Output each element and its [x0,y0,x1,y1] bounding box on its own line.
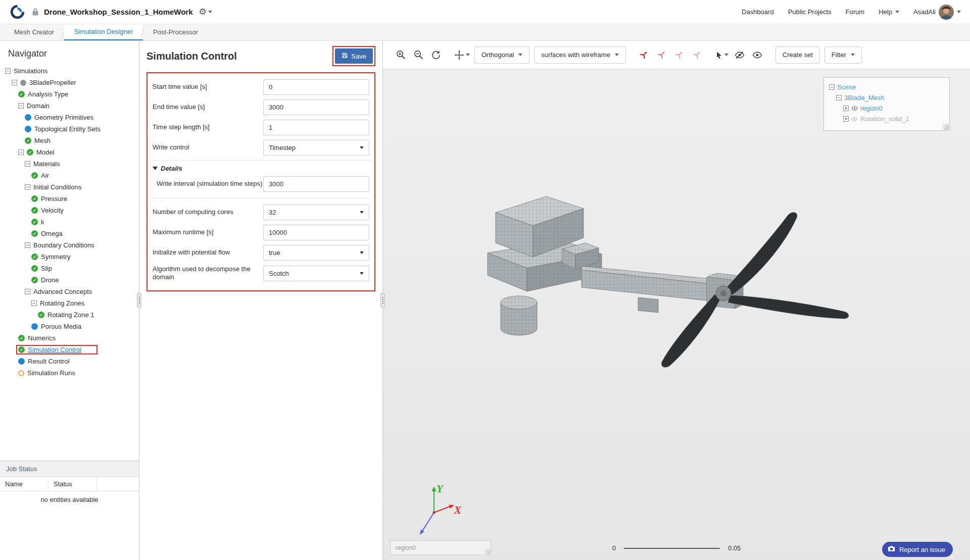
nav-public-projects[interactable]: Public Projects [788,8,832,16]
tree-item-materials[interactable]: −Materials [0,158,139,170]
collapse-icon[interactable]: − [18,149,24,155]
tree-item-numerics[interactable]: ✓Numerics [0,332,139,344]
tree-item-pressure[interactable]: ✓Pressure [0,193,139,205]
tree-item-omega[interactable]: ✓Omega [0,228,139,239]
tree-item-rotating-zones[interactable]: −Rotating Zones [0,297,139,309]
rotating-zone-active-icon[interactable] [638,48,651,62]
collapse-icon[interactable]: − [31,300,37,306]
collapse-icon[interactable]: − [25,184,30,190]
scene-node-rotation-solid-1[interactable]: +Rotation_solid_1 [827,114,946,124]
maximum-runtime-s-input[interactable] [263,225,369,240]
rotating-zone-icon-2[interactable] [673,48,686,62]
collapse-icon[interactable]: − [25,289,30,294]
job-column-name[interactable]: Name [0,477,48,491]
projection-select[interactable]: Orthogonal [474,46,529,64]
zoom-out-icon[interactable] [412,48,425,62]
region-label-box[interactable]: region0 [390,540,491,555]
tree-item-geometry-primitives[interactable]: Geometry Primitives [0,112,139,123]
collapse-icon[interactable]: − [829,84,835,90]
collapse-icon[interactable]: − [5,68,11,74]
main-area: Navigator −Simulations−3BladePropeller✓A… [0,41,970,560]
end-time-value-s-input[interactable] [263,99,369,115]
filter-select[interactable]: Filter [825,46,862,64]
hide-eye-icon[interactable] [733,48,746,62]
tree-item-drone[interactable]: ✓Drone [0,274,139,286]
tree-item-label: Result Control [28,358,69,365]
nav-dashboard[interactable]: Dashboard [742,8,774,16]
report-issue-button[interactable]: Report an issue [882,542,953,557]
avatar[interactable] [939,5,954,20]
tab-simulation-designer[interactable]: Simulation Designer [64,24,143,40]
expand-icon[interactable]: + [843,106,849,111]
nav-forum[interactable]: Forum [846,8,865,16]
details-toggle[interactable]: Details [153,165,369,172]
app-logo[interactable] [9,4,26,20]
create-set-button[interactable]: Create set [775,46,820,64]
scene-node-3blade-mesh[interactable]: −3Blade_Mesh [827,92,946,103]
form-panel-resize-handle[interactable] [380,293,385,308]
tree-item-velocity[interactable]: ✓Velocity [0,205,139,216]
tree-item-k[interactable]: ✓k [0,216,139,228]
job-column-status[interactable]: Status [48,477,97,491]
tree-item-simulation-control[interactable]: ✓Simulation Control [0,344,139,355]
tree-item-simulations[interactable]: −Simulations [0,65,139,77]
tree-item-advanced-concepts[interactable]: −Advanced Concepts [0,286,139,297]
number-of-computing-cores-select[interactable]: 32 [263,205,369,220]
navigator-resize-handle[interactable] [137,293,141,308]
tree-item-model[interactable]: −✓Model [0,146,139,158]
expand-icon[interactable]: + [843,116,849,122]
write-control-select[interactable]: Timestep [263,140,369,156]
write-interval-simulation-time-steps-input[interactable] [263,176,369,192]
tree-item-mesh[interactable]: ✓Mesh [0,135,139,146]
tree-item-topological-entity-sets[interactable]: Topological Entity Sets [0,123,139,135]
tree-item-air[interactable]: ✓Air [0,170,139,181]
tab-post-processor[interactable]: Post-Processor [143,24,208,40]
time-step-length-s-input[interactable] [263,120,369,135]
status-check-icon: ✓ [31,172,38,179]
start-time-value-s-input[interactable] [263,79,369,95]
tree-item-slip[interactable]: ✓Slip [0,263,139,274]
drone-mesh-model[interactable] [487,192,853,372]
collapse-icon[interactable]: − [18,103,24,109]
viewport-3d[interactable]: Orthogonal surfaces with wireframe [383,41,970,560]
collapse-icon[interactable]: − [25,161,30,167]
scene-node-region0[interactable]: +region0 [827,103,946,114]
collapse-icon[interactable]: − [836,95,842,100]
tree-item-label: Drone [41,276,59,284]
tree-item-result-control[interactable]: Result Control [0,355,139,367]
rotating-zone-icon-3[interactable] [691,48,704,62]
pan-tool-icon[interactable] [454,48,470,62]
initialize-with-potential-flow-select[interactable]: true [263,245,369,261]
refresh-icon[interactable] [429,48,443,62]
tree-item-rotating-zone-1[interactable]: ✓Rotating Zone 1 [0,309,139,321]
tree-item-simulation-runs[interactable]: Simulation Runs [0,367,139,379]
visibility-eye-icon[interactable] [851,105,858,112]
visibility-eye-icon[interactable] [851,116,858,122]
tree-item-porous-media[interactable]: Porous Media [0,321,139,332]
scene-node-scene[interactable]: −Scene [827,82,946,92]
tree-item-boundary-conditions[interactable]: −Boundary Conditions [0,239,139,251]
caret-down-icon[interactable] [208,11,212,13]
algorithm-used-to-decompose-the-domain-select[interactable]: Scotch [263,266,369,281]
overlay-resize-grip[interactable] [943,124,949,130]
tree-item-label: Slip [41,265,52,272]
gear-icon[interactable]: ⚙ [199,8,207,16]
zoom-in-icon[interactable] [394,48,407,62]
save-button[interactable]: Save [335,48,373,64]
tree-item-initial-conditions[interactable]: −Initial Conditions [0,181,139,193]
collapse-icon[interactable]: − [12,80,17,85]
show-eye-icon[interactable] [751,48,764,62]
tab-mesh-creator[interactable]: Mesh Creator [4,24,64,40]
nav-help[interactable]: Help [879,8,899,16]
render-mode-value: surfaces with wireframe [541,51,610,59]
tree-item-symmetry[interactable]: ✓Symmetry [0,251,139,263]
tree-item-domain[interactable]: −Domain [0,100,139,112]
collapse-icon[interactable]: − [25,242,30,248]
region-box-resize-grip[interactable] [485,549,490,554]
tree-item-3bladepropeller[interactable]: −3BladePropeller [0,77,139,88]
nav-user[interactable]: AsadAli [913,5,961,20]
rotating-zone-icon-1[interactable] [655,48,668,62]
tree-item-analysis-type[interactable]: ✓Analysis Type [0,88,139,100]
select-pointer-icon[interactable] [715,48,729,62]
render-mode-select[interactable]: surfaces with wireframe [534,46,626,64]
